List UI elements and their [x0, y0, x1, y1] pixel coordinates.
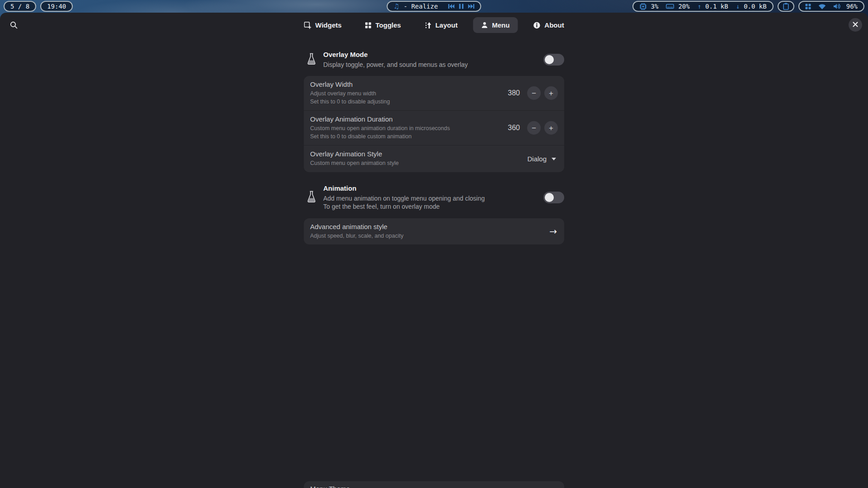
media-previous-icon[interactable] — [448, 4, 455, 9]
animation-line1: Add menu animation on toggle menu openin… — [323, 194, 537, 202]
workspace-indicator[interactable]: 5 / 8 — [4, 1, 36, 12]
animation-title: Animation — [323, 184, 537, 192]
overlay-duration-sub1: Custom menu open animation duration in m… — [310, 125, 508, 133]
media-title: - Realize — [404, 3, 438, 10]
settings-window: Widgets Toggles Layout Menu — [0, 13, 868, 488]
memory-value: 20% — [678, 3, 689, 10]
overlay-duration-value: 360 — [508, 124, 520, 132]
next-section-title: Menu Theme — [310, 485, 558, 488]
right-arrow-icon: → — [549, 226, 558, 237]
cpu-value: 3% — [651, 3, 659, 10]
overlay-width-sub2: Set this to 0 to disable adjusting — [310, 98, 508, 106]
chevron-down-icon — [552, 158, 556, 160]
layout-icon — [425, 22, 431, 29]
cpu-icon — [639, 3, 647, 10]
music-note-icon: ♫ — [393, 2, 399, 10]
advanced-animation-card: Advanced animation style Adjust speed, b… — [304, 218, 564, 245]
media-next-icon[interactable] — [468, 4, 475, 9]
overlay-duration-sub2: Set this to 0 to disable custom animatio… — [310, 133, 508, 141]
memory-icon — [666, 4, 674, 9]
animation-toggle[interactable] — [543, 192, 564, 203]
overlay-width-sub1: Adjust overlay menu width — [310, 90, 508, 98]
widgets-icon — [304, 22, 311, 29]
close-button[interactable] — [849, 18, 862, 32]
search-icon — [10, 21, 18, 31]
tab-label: Layout — [435, 21, 458, 29]
advanced-title: Advanced animation style — [310, 223, 549, 230]
toggle-knob — [545, 55, 554, 64]
flask-icon — [307, 190, 316, 205]
overlay-mode-row: Overlay Mode Display toggle, power, and … — [304, 51, 564, 69]
overlay-duration-decrement-button[interactable]: − — [527, 121, 541, 135]
overlay-width-row: Overlay Width Adjust overlay menu width … — [304, 76, 564, 111]
overlay-width-increment-button[interactable]: + — [544, 86, 558, 100]
tab-about[interactable]: About — [525, 17, 572, 33]
overlay-animation-duration-row: Overlay Animation Duration Custom menu o… — [304, 111, 564, 145]
overlay-duration-increment-button[interactable]: + — [544, 121, 558, 135]
window-header: Widgets Toggles Layout Menu — [0, 13, 868, 41]
overlay-mode-title: Overlay Mode — [323, 51, 537, 58]
flask-icon — [307, 52, 316, 67]
tab-widgets[interactable]: Widgets — [296, 17, 349, 33]
wifi-icon[interactable] — [818, 4, 826, 9]
media-player-widget[interactable]: ♫ - Realize — [387, 1, 481, 12]
tab-bar: Widgets Toggles Layout Menu — [296, 17, 572, 33]
advanced-subtitle: Adjust speed, blur, scale, and opacity — [310, 232, 549, 240]
net-up-value: 0.1 kB — [705, 3, 728, 10]
overlay-duration-title: Overlay Animation Duration — [310, 115, 508, 123]
apps-grid-icon[interactable] — [805, 4, 811, 9]
media-pause-icon[interactable] — [459, 4, 464, 9]
toggles-icon — [365, 22, 372, 28]
net-up-icon: ↑ — [698, 3, 701, 10]
clipboard-icon — [783, 3, 789, 10]
tab-label: Widgets — [315, 21, 341, 29]
overlay-width-decrement-button[interactable]: − — [527, 86, 541, 100]
overlay-width-value: 380 — [508, 89, 520, 97]
overlay-animation-style-row: Overlay Animation Style Custom menu open… — [304, 145, 564, 172]
tab-menu[interactable]: Menu — [473, 17, 518, 33]
search-button[interactable] — [8, 20, 19, 32]
tab-label: About — [544, 21, 564, 29]
next-section-card-partial[interactable]: Menu Theme — [304, 481, 564, 488]
animation-line2: To get the best feel, turn on overlay mo… — [323, 202, 537, 211]
volume-icon[interactable] — [833, 3, 840, 9]
tab-toggles[interactable]: Toggles — [357, 17, 409, 33]
info-icon — [533, 22, 540, 29]
system-stats-widget[interactable]: 3% 20% ↑ 0.1 kB ↓ 0.0 kB — [632, 1, 774, 12]
overlay-options-card: Overlay Width Adjust overlay menu width … — [304, 76, 564, 172]
tab-layout[interactable]: Layout — [416, 17, 466, 33]
overlay-width-title: Overlay Width — [310, 80, 508, 88]
net-down-value: 0.0 kB — [744, 3, 767, 10]
menu-settings-page: Overlay Mode Display toggle, power, and … — [304, 51, 564, 244]
clipboard-widget[interactable] — [778, 1, 794, 12]
overlay-style-sub: Custom menu open animation style — [310, 160, 527, 168]
tab-label: Menu — [492, 21, 509, 29]
clock[interactable]: 19:40 — [40, 1, 73, 12]
advanced-animation-row[interactable]: Advanced animation style Adjust speed, b… — [304, 218, 564, 245]
toggle-knob — [545, 193, 554, 202]
tab-label: Toggles — [376, 21, 401, 29]
system-tray[interactable]: 96% — [798, 1, 864, 12]
workspace-label: 5 / 8 — [10, 3, 29, 10]
top-bar: 5 / 8 19:40 ♫ - Realize — [0, 0, 868, 13]
overlay-mode-toggle[interactable] — [543, 54, 564, 66]
overlay-style-title: Overlay Animation Style — [310, 150, 527, 158]
close-icon — [853, 21, 858, 29]
person-icon — [481, 22, 488, 28]
animation-row: Animation Add menu animation on toggle m… — [304, 184, 564, 211]
overlay-style-dropdown[interactable]: Dialog — [527, 155, 558, 163]
clock-label: 19:40 — [47, 3, 66, 10]
overlay-mode-subtitle: Display toggle, power, and sound menus a… — [323, 61, 537, 69]
net-down-icon: ↓ — [736, 3, 740, 10]
overlay-style-value: Dialog — [527, 155, 547, 163]
battery-value: 96% — [846, 3, 858, 10]
